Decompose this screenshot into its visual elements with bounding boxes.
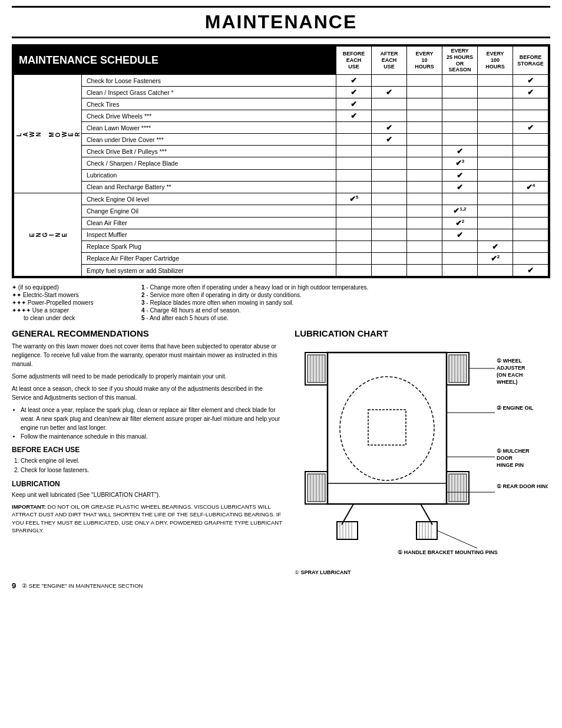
check-before_each <box>336 157 372 169</box>
lub-chart-svg: ① WHEEL ADJUSTER (ON EACH WHEEL) ② ENGIN… <box>295 342 548 566</box>
check-before_storage <box>513 146 548 157</box>
fn-1: 1 - Change more often if operating under… <box>141 284 550 291</box>
check-before_each <box>336 205 372 217</box>
table-row: LAWN MOWERCheck for Loose Fasteners✔✔ <box>14 75 548 87</box>
check-every25 <box>442 241 478 252</box>
item-cell: Clean under Drive Cover *** <box>82 134 336 146</box>
check-every100: ✔2 <box>478 252 513 264</box>
check-before_storage: ✔4 <box>513 181 548 193</box>
section-label-1: ENGINE <box>14 193 82 276</box>
check-before_storage: ✔ <box>513 75 548 87</box>
table-row: Replace Air Filter Paper Cartridge✔2 <box>14 252 548 264</box>
check-before_each: ✔5 <box>336 193 372 205</box>
check-after_each <box>372 205 407 217</box>
item-cell: Check Tires <box>82 98 336 110</box>
check-before_storage <box>513 241 548 252</box>
item-cell: Check Drive Wheels *** <box>82 110 336 122</box>
table-row: Check Tires✔ <box>14 98 548 110</box>
check-before_storage <box>513 205 548 217</box>
svg-point-29 <box>340 377 434 480</box>
fn-star1: ✦ (if so equipped) <box>12 284 135 291</box>
check-every25 <box>442 87 478 98</box>
lub-chart-container: ① WHEEL ADJUSTER (ON EACH WHEEL) ② ENGIN… <box>295 342 550 567</box>
check-before_storage <box>513 134 548 146</box>
check-every25 <box>442 193 478 205</box>
svg-text:① REAR DOOR HINGE: ① REAR DOOR HINGE <box>497 483 548 489</box>
svg-text:WHEEL): WHEEL) <box>497 379 518 385</box>
fn-2: 2 - Service more often if operating in d… <box>141 292 550 298</box>
check-every10 <box>407 181 442 193</box>
svg-text:ADJUSTER: ADJUSTER <box>497 365 525 371</box>
check-before_storage <box>513 98 548 110</box>
lubrication-text: Keep unit well lubricated (See "LUBRICAT… <box>12 490 283 499</box>
check-after_each <box>372 265 407 276</box>
before-each-use-list: Check engine oil level. Check for loose … <box>21 456 283 475</box>
gen-rec-bullets: At least once a year, replace the spark … <box>21 406 283 441</box>
check-after_each: ✔ <box>372 134 407 146</box>
check-every10 <box>407 75 442 87</box>
lub-label-1: ① SPRAY LUBRICANT <box>295 569 550 575</box>
important-label: IMPORTANT: <box>12 503 48 510</box>
svg-text:① WHEEL: ① WHEEL <box>497 358 523 364</box>
check-after_each <box>372 75 407 87</box>
item-cell: Check Drive Belt / Pulleys *** <box>82 146 336 157</box>
check-every25 <box>442 252 478 264</box>
check-every10 <box>407 265 442 276</box>
item-cell: Inspect Muffler <box>82 229 336 241</box>
check-before_each: ✔ <box>336 110 372 122</box>
check-every100 <box>478 87 513 98</box>
gen-rec-p3: At least once a season, check to see if … <box>12 384 283 402</box>
col-header-2: AFTEREACHUSE <box>372 47 407 75</box>
table-row: Clean Air Filter✔2 <box>14 217 548 229</box>
check-after_each <box>372 146 407 157</box>
table-row: Replace Spark Plug✔ <box>14 241 548 252</box>
lubrication-heading: LUBRICATION <box>12 480 283 488</box>
check-before_storage <box>513 217 548 229</box>
gen-rec-heading: GENERAL RECOMMENDATIONS <box>12 328 283 338</box>
gen-rec-p1: The warranty on this lawn mower does not… <box>12 342 283 368</box>
see-engine-label: ② SEE "ENGINE" IN MAINTENANCE SECTION <box>22 582 143 589</box>
check-after_each <box>372 157 407 169</box>
table-row: ENGINECheck Engine Oil level✔5 <box>14 193 548 205</box>
check-before_storage <box>513 110 548 122</box>
check-every10 <box>407 241 442 252</box>
check-every10 <box>407 157 442 169</box>
maintenance-schedule-table: MAINTENANCE SCHEDULE BEFOREEACHUSE AFTER… <box>14 46 548 276</box>
check-before_storage <box>513 169 548 181</box>
check-every10 <box>407 252 442 264</box>
check-after_each <box>372 181 407 193</box>
check-before_each <box>336 252 372 264</box>
check-every25: ✔2 <box>442 217 478 229</box>
check-before_each <box>336 241 372 252</box>
table-row: Empty fuel system or add Stabilizer✔ <box>14 265 548 276</box>
table-row: Check Drive Belt / Pulleys ***✔ <box>14 146 548 157</box>
svg-rect-31 <box>328 483 447 504</box>
item-cell: Clean Air Filter <box>82 217 336 229</box>
check-every100 <box>478 229 513 241</box>
check-every25: ✔ <box>442 146 478 157</box>
maintenance-schedule-wrapper: MAINTENANCE SCHEDULE BEFOREEACHUSE AFTER… <box>12 44 550 278</box>
item-cell: Check / Sharpen / Replace Blade <box>82 157 336 169</box>
check-every100 <box>478 75 513 87</box>
page-number: 9 <box>12 581 16 590</box>
check-every100 <box>478 110 513 122</box>
check-every10 <box>407 169 442 181</box>
check-every10 <box>407 193 442 205</box>
check-before_storage <box>513 193 548 205</box>
check-before_each: ✔ <box>336 98 372 110</box>
check-before_each <box>336 265 372 276</box>
footnotes-left: ✦ (if so equipped) ✦✦ Electric-Start mow… <box>12 284 141 322</box>
footnotes-area: ✦ (if so equipped) ✦✦ Electric-Start mow… <box>12 284 550 322</box>
check-before_each <box>336 146 372 157</box>
check-every100 <box>478 181 513 193</box>
lub-chart-heading: LUBRICATION CHART <box>295 328 550 338</box>
col-header-4: EVERY25 HOURSOR SEASON <box>442 47 478 75</box>
check-before_each <box>336 169 372 181</box>
svg-rect-28 <box>328 353 447 504</box>
check-every25: ✔3 <box>442 157 478 169</box>
check-before_storage <box>513 252 548 264</box>
check-after_each: ✔ <box>372 87 407 98</box>
check-before_each <box>336 217 372 229</box>
schedule-header-label: MAINTENANCE SCHEDULE <box>14 47 336 75</box>
check-every100 <box>478 122 513 134</box>
